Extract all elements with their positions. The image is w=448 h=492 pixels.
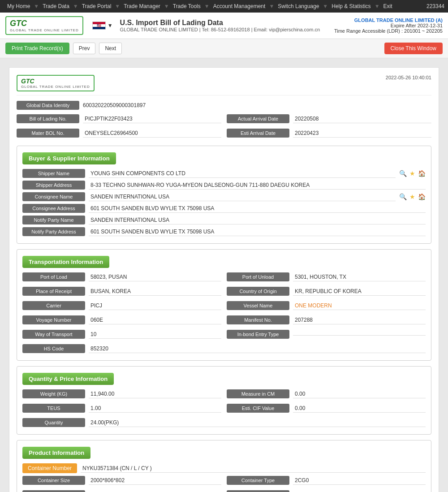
shipper-name-row: Shipper Name YOUNG SHIN COMPONENTS CO LT…: [22, 169, 426, 178]
consignee-address-value: 601 SOUTH SANDEN BLVD WYLIE TX 75098 USA: [89, 204, 426, 213]
flag-icon: 🇺🇸: [92, 22, 106, 30]
nav-help-statistics[interactable]: Help & Statistics: [328, 0, 374, 13]
consignee-name-field: SANDEN INTERNATIONAL USA 🔍 ★ 🏠: [89, 193, 426, 201]
bill-of-lading-row: Bill of Lading No. PICJPTIK22F03423: [17, 114, 221, 123]
notify-party-address-row: Notify Party Address 601 SOUTH SANDEN BL…: [22, 227, 426, 236]
mater-bol-row: Mater BOL No. ONEYSELC26964500: [17, 129, 221, 138]
quantity-value: 24.00(PKG): [89, 419, 426, 427]
notify-party-address-label: Notify Party Address: [22, 227, 85, 236]
teus-label: TEUS: [22, 404, 85, 413]
vessel-name-row: Vessel Name ONE MODERN: [227, 301, 426, 310]
toolbar-top: Print Trade Record(s) Prev Next Close Th…: [0, 39, 448, 58]
prev-button-top[interactable]: Prev: [73, 43, 96, 54]
container-size-value: 2000*806*802: [89, 476, 221, 485]
product-esti-cif-row: Esti. CIF Value 0.00: [227, 490, 426, 492]
container-type-row: Container Type 2CG0: [227, 476, 426, 485]
container-row1: Container Size 2000*806*802 Container Ty…: [22, 476, 426, 488]
shipper-address-label: Shipper Address: [22, 181, 85, 190]
consignee-home-icon[interactable]: 🏠: [418, 193, 426, 200]
container-type-label: Container Type: [227, 476, 289, 485]
qty-row1: Weight (KG) 11,940.00 Measure in CM 0.00: [22, 389, 426, 401]
product-esti-cif-label: Esti. CIF Value: [227, 490, 289, 492]
teus-row: TEUS 1.00: [22, 404, 221, 413]
product-quantity-label: Quantity: [22, 490, 85, 492]
actual-arrival-label: Actual Arrival Date: [227, 114, 289, 123]
shipper-icons: 🔍 ★ 🏠: [399, 170, 426, 177]
print-button-top[interactable]: Print Trade Record(s): [5, 43, 69, 54]
nav-trade-data[interactable]: Trade Data: [39, 0, 73, 13]
close-button-top[interactable]: Close This Window: [384, 43, 443, 54]
vessel-name-value: ONE MODERN: [293, 302, 426, 310]
nav-exit[interactable]: Exit: [380, 0, 396, 13]
transportation-section: Transportation Information Port of Load …: [17, 249, 431, 361]
nav-my-home[interactable]: My Home: [4, 0, 34, 13]
container-type-value: 2CG0: [293, 476, 426, 485]
shipper-name-field: YOUNG SHIN COMPONENTS CO LTD 🔍 ★ 🏠: [89, 169, 426, 178]
notify-party-name-label: Notify Party Name: [22, 216, 85, 224]
global-data-identity-label: Global Data Identity: [17, 101, 79, 110]
country-of-origin-label: Country of Origin: [227, 287, 289, 296]
nav-account-management[interactable]: Account Management: [210, 0, 269, 13]
way-of-transport-row: Way of Transport 10: [22, 330, 221, 339]
port-of-load-row: Port of Load 58023, PUSAN: [22, 272, 221, 281]
container-number-value: NYKU3571384 (CN / L / CY ): [81, 464, 426, 473]
manifest-no-label: Manifest No.: [227, 315, 289, 324]
mater-bol-value: ONEYSELC26964500: [83, 129, 221, 138]
consignee-icons: 🔍 ★ 🏠: [399, 193, 426, 200]
port-of-load-value: 58023, PUSAN: [89, 273, 221, 281]
port-of-load-label: Port of Load: [22, 272, 85, 281]
way-of-transport-label: Way of Transport: [22, 330, 85, 339]
container-number-button[interactable]: Container Number: [22, 463, 77, 473]
in-bond-entry-value: [293, 333, 426, 336]
main-content: GTC GLOBAL TRADE ONLINE LIMITED 2022-05-…: [9, 67, 439, 492]
product-quantity-value: 24.00: [89, 491, 221, 492]
container-size-label: Container Size: [22, 476, 85, 485]
nav-trade-tools[interactable]: Trade Tools: [169, 0, 204, 13]
consignee-name-label: Consignee Name: [22, 192, 85, 201]
account-info: GLOBAL TRADE ONLINE LIMITED (A) Expire A…: [334, 17, 443, 34]
port-of-unload-row: Port of Unload 5301, HOUSTON, TX: [227, 272, 426, 281]
nav-trade-manager[interactable]: Trade Manager: [120, 0, 164, 13]
measure-in-cm-value: 0.00: [293, 390, 426, 398]
consignee-search-icon[interactable]: 🔍: [399, 193, 407, 200]
weight-kg-value: 11,940.00: [89, 390, 221, 398]
quantity-label: Quantity: [22, 418, 85, 427]
flag-selector[interactable]: 🇺🇸 ▼: [92, 22, 113, 30]
shipper-address-value: 8-33 TECHNO SUNHWAN-RO YUGA-MYEON DALSEO…: [89, 181, 426, 190]
nav-trade-portal[interactable]: Trade Portal: [78, 0, 115, 13]
shipper-star-icon[interactable]: ★: [409, 170, 415, 177]
container-row2: Quantity 24.00 Esti. CIF Value 0.00: [22, 490, 426, 492]
voyage-number-value: 060E: [89, 316, 221, 324]
record-logo-box: GTC GLOBAL TRADE ONLINE LIMITED: [17, 75, 95, 91]
esti-cif-value-label: Esti. CIF Value: [227, 404, 289, 413]
product-esti-cif-value: 0.00: [293, 491, 426, 492]
place-of-receipt-label: Place of Receipt: [22, 287, 85, 296]
hs-code-label: HS Code: [22, 344, 85, 353]
esti-arrival-label: Esti Arrival Date: [227, 129, 289, 138]
transport-row4: Voyage Number 060E Manifest No. 207288: [22, 315, 426, 327]
buyer-supplier-section: Buyer & Supplier Information Shipper Nam…: [17, 146, 431, 244]
logo-box: GTC GLOBAL TRADE ONLINE LIMITED: [5, 16, 83, 35]
manifest-no-value: 207288: [293, 316, 426, 324]
shipper-home-icon[interactable]: 🏠: [418, 170, 426, 177]
way-of-transport-value: 10: [89, 330, 221, 339]
shipper-search-icon[interactable]: 🔍: [399, 170, 407, 177]
nav-switch-language[interactable]: Switch Language: [274, 0, 323, 13]
page-subtitle: GLOBAL TRADE ONLINE LIMITED | Tel: 86-51…: [120, 27, 334, 32]
carrier-label: Carrier: [22, 301, 85, 310]
mater-bol-label: Mater BOL No.: [17, 129, 79, 138]
consignee-star-icon[interactable]: ★: [409, 193, 415, 200]
transport-row3: Carrier PICJ Vessel Name ONE MODERN: [22, 301, 426, 313]
account-name: GLOBAL TRADE ONLINE LIMITED (A): [334, 17, 443, 23]
title-area: U.S. Import Bill of Lading Data GLOBAL T…: [120, 19, 334, 32]
consignee-name-row: Consignee Name SANDEN INTERNATIONAL USA …: [22, 192, 426, 201]
logo-area: GTC GLOBAL TRADE ONLINE LIMITED: [5, 16, 83, 35]
transportation-header: Transportation Information: [22, 256, 109, 268]
measure-in-cm-row: Measure in CM 0.00: [227, 389, 426, 398]
quantity-price-header: Quantity & Price Information: [22, 373, 114, 385]
measure-in-cm-label: Measure in CM: [227, 389, 289, 398]
next-button-top[interactable]: Next: [99, 43, 122, 54]
consignee-name-value: SANDEN INTERNATIONAL USA: [89, 193, 396, 201]
bol-dates-row: Bill of Lading No. PICJPTIK22F03423 Actu…: [17, 114, 431, 126]
bill-of-lading-value: PICJPTIK22F03423: [83, 115, 221, 123]
